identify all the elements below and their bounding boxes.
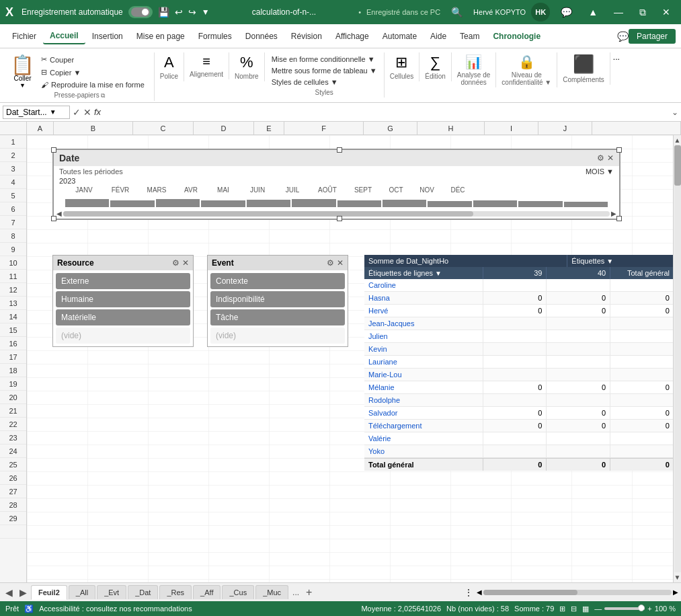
vertical-scrollbar[interactable]: ▲ ▼	[673, 135, 681, 582]
bar-mars[interactable]	[156, 199, 200, 207]
row-25[interactable]: 25	[0, 458, 26, 471]
row-16[interactable]: 16	[0, 337, 26, 350]
row-15[interactable]: 15	[0, 323, 26, 337]
row-5[interactable]: 5	[0, 189, 26, 202]
tab-dat[interactable]: _Dat	[128, 585, 158, 599]
event-item-tache[interactable]: Tâche	[210, 309, 345, 325]
pivot-data-row[interactable]: Yoko	[364, 445, 673, 458]
user-avatar[interactable]: HK	[531, 3, 550, 22]
row-9[interactable]: 9	[0, 243, 26, 256]
scroll-right[interactable]: ▶	[611, 210, 616, 217]
row-13[interactable]: 13	[0, 297, 26, 310]
pivot-data-row[interactable]: Mélanie 0 0 0	[364, 381, 673, 394]
event-clear-icon[interactable]: ✕	[337, 258, 344, 268]
ribbon-more[interactable]: ...	[610, 52, 620, 62]
slicer-handle-tm[interactable]	[337, 147, 342, 153]
col-header-h[interactable]: H	[417, 122, 485, 134]
ribbon-styles-cellules[interactable]: Styles de cellules ▼	[268, 77, 381, 87]
hscroll-left[interactable]: ◀	[477, 588, 482, 596]
tab-muc[interactable]: _Muc	[255, 585, 288, 599]
pivot-data-row[interactable]: Rodolphe	[364, 394, 673, 407]
row-2[interactable]: 2	[0, 149, 26, 162]
date-slicer-filter-btn[interactable]: ⚙	[597, 153, 604, 163]
comments-button[interactable]: 💬	[617, 31, 629, 42]
row-14[interactable]: 14	[0, 310, 26, 323]
row-6[interactable]: 6	[0, 202, 26, 216]
pivot-data-row[interactable]: Valérie	[364, 432, 673, 445]
col-header-e[interactable]: E	[254, 122, 284, 134]
menu-fichier[interactable]: Fichier	[5, 29, 43, 44]
bar-avr[interactable]	[201, 200, 245, 207]
pivot-data-row[interactable]: Hervé 0 0 0	[364, 305, 673, 317]
close-button[interactable]: ✕	[657, 5, 676, 19]
bar-juil[interactable]	[337, 200, 381, 207]
col-header-a[interactable]: A	[27, 122, 54, 134]
resource-clear-icon[interactable]: ✕	[182, 258, 189, 268]
scroll-thumb[interactable]	[63, 211, 473, 217]
pivot-data-row[interactable]: Caroline	[364, 279, 673, 292]
row-3[interactable]: 3	[0, 162, 26, 176]
bar-aout[interactable]	[383, 200, 426, 207]
redo-icon[interactable]: ↪	[188, 7, 196, 17]
bar-nov[interactable]	[518, 201, 562, 207]
scroll-up-arrow[interactable]: ▲	[673, 135, 681, 145]
horizontal-scrollbar[interactable]: ◀ ▶	[477, 588, 678, 596]
pivot-data-row[interactable]: Jean-Jacques	[364, 317, 673, 330]
formula-check-icon[interactable]: ✓	[73, 107, 81, 118]
tab-evt[interactable]: _Evt	[97, 585, 126, 599]
ribbon-couper[interactable]: ✂Couper	[37, 54, 149, 65]
zoom-slider[interactable]	[604, 607, 645, 610]
tab-nav-next[interactable]: ▶	[17, 587, 30, 598]
menu-affichage[interactable]: Affichage	[329, 29, 376, 44]
resource-slicer[interactable]: Resource ⚙ ✕ Externe Humaine Matérielle	[52, 255, 194, 347]
col-header-d[interactable]: D	[194, 122, 254, 134]
row-12[interactable]: 12	[0, 283, 26, 297]
row-17[interactable]: 17	[0, 350, 26, 364]
row-labels-dropdown[interactable]: ▼	[435, 270, 442, 277]
menu-mise-en-page[interactable]: Mise en page	[130, 29, 192, 44]
menu-team[interactable]: Team	[453, 29, 486, 44]
tab-cus[interactable]: _Cus	[222, 585, 254, 599]
search-icon[interactable]: 🔍	[451, 7, 463, 17]
menu-chronologie[interactable]: Chronologie	[486, 29, 547, 44]
resource-filter-icon[interactable]: ⚙	[172, 258, 179, 268]
col-header-j[interactable]: J	[538, 122, 592, 134]
ribbon-reproduire[interactable]: 🖌Reproduire la mise en forme	[37, 79, 149, 90]
col-header-f[interactable]: F	[284, 122, 364, 134]
menu-revision[interactable]: Révision	[284, 29, 329, 44]
ribbon-coller[interactable]: 📋 Coller ▼	[11, 56, 34, 89]
row-28[interactable]: 28	[0, 498, 26, 512]
formula-cancel-icon[interactable]: ✕	[83, 107, 91, 118]
menu-insertion[interactable]: Insertion	[85, 29, 130, 44]
row-22[interactable]: 22	[0, 418, 26, 431]
tab-options-btn[interactable]: ⋮	[465, 588, 473, 597]
tab-add-btn[interactable]: +	[303, 586, 315, 599]
menu-donnees[interactable]: Données	[239, 29, 284, 44]
undo-icon[interactable]: ↩	[175, 7, 183, 17]
col-header-b[interactable]: B	[54, 122, 133, 134]
hscroll-thumb[interactable]	[483, 590, 577, 595]
ribbon-mise-en-forme[interactable]: Mise en forme conditionnelle ▼	[268, 54, 381, 65]
col-header-rest[interactable]	[592, 122, 681, 134]
pivot-data-row[interactable]: Julien	[364, 330, 673, 343]
pivot-col-labels-header[interactable]: Étiquettes ▼	[567, 255, 673, 267]
tab-nav-prev[interactable]: ◀	[3, 587, 15, 598]
vscroll-thumb[interactable]	[674, 145, 681, 186]
resource-item-humaine[interactable]: Humaine	[56, 291, 190, 307]
row-18[interactable]: 18	[0, 364, 26, 377]
zoom-level[interactable]: 100 %	[655, 605, 676, 613]
bar-dec[interactable]	[564, 202, 608, 207]
event-slicer[interactable]: Event ⚙ ✕ Contexte Indisponibilité Tâche	[207, 255, 348, 347]
row-26[interactable]: 26	[0, 471, 26, 485]
view-layout-icon[interactable]: ⊟	[571, 605, 577, 613]
resource-item-externe[interactable]: Externe	[56, 273, 190, 289]
slicer-handle-bl[interactable]	[51, 216, 56, 221]
name-box-arrow[interactable]: ▼	[50, 108, 56, 116]
event-item-vide[interactable]: (vide)	[210, 328, 345, 344]
scroll-left[interactable]: ◀	[56, 210, 62, 217]
tab-feuil2[interactable]: Feuil2	[31, 585, 67, 600]
pivot-data-row[interactable]: Téléchargement 0 0 0	[364, 420, 673, 432]
autosave-toggle[interactable]	[128, 6, 153, 18]
pivot-data-row[interactable]: Kevin	[364, 343, 673, 356]
event-item-contexte[interactable]: Contexte	[210, 273, 345, 289]
